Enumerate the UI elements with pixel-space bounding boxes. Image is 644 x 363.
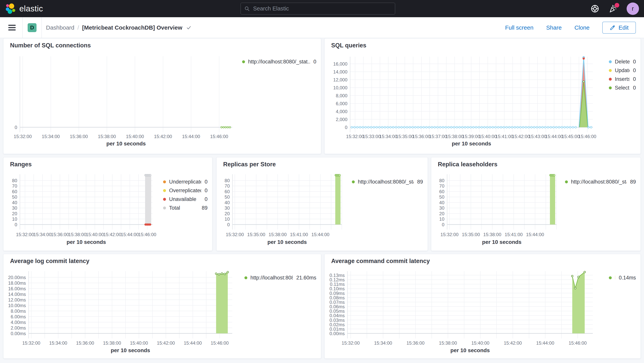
legend-value: 89 [202,205,208,211]
legend-value: 0 [314,59,316,65]
clone-button[interactable]: Clone [574,24,590,31]
svg-text:15:44:00: 15:44:00 [184,340,202,345]
chart-sql-queries[interactable]: 02,0004,0006,0008,00010,00012,00014,0001… [324,39,641,154]
svg-text:50: 50 [12,194,17,200]
svg-text:0.08ms: 0.08ms [330,295,345,300]
legend-item[interactable]: Inserts0 [609,75,636,84]
legend-label: http://localhost:8080... [615,275,615,281]
legend-swatch [609,78,612,81]
avatar[interactable]: r [626,3,639,15]
svg-text:15:33:00: 15:33:00 [363,134,381,139]
svg-text:per 10 seconds: per 10 seconds [111,347,150,353]
svg-text:20: 20 [12,211,17,216]
svg-text:15:35:00: 15:35:00 [462,232,480,237]
svg-text:15:40:00: 15:40:00 [479,134,497,139]
svg-text:40: 40 [224,200,230,205]
legend: http://localhost:8080/_stat...0 [242,58,316,66]
svg-text:15:34:00: 15:34:00 [374,340,392,345]
svg-text:10,000: 10,000 [333,85,348,90]
search-input[interactable] [253,5,388,12]
svg-text:70: 70 [439,183,444,189]
panel-avg-command-commit-latency: Average command commit latency0.00ms0.01… [324,254,641,358]
svg-text:15:42:00: 15:42:00 [154,134,172,139]
svg-text:15:38:00: 15:38:00 [439,340,457,345]
svg-text:12.00ms: 12.00ms [8,297,26,302]
elastic-logo-icon [6,4,16,14]
svg-text:0: 0 [442,222,444,227]
svg-text:15:34:00: 15:34:00 [379,134,397,139]
chart-avg-command-commit-latency[interactable]: 0.00ms0.01ms0.02ms0.03ms0.04ms0.05ms0.06… [324,254,641,359]
svg-text:15:46:00: 15:46:00 [569,340,586,345]
legend-value: 0.14ms [619,275,636,281]
full-screen-button[interactable]: Full screen [505,24,534,31]
svg-text:15:40:00: 15:40:00 [126,134,144,139]
legend-item[interactable]: http://localhost:8080...0.14ms [609,273,636,282]
legend-item[interactable]: http://localhost:8080/_sta...89 [352,178,423,186]
legend-item[interactable]: http://localhost:8080/_stat...0 [242,58,316,66]
svg-text:40: 40 [12,200,17,205]
legend-item[interactable]: Total89 [163,204,208,212]
global-search[interactable] [240,3,395,15]
top-header: elastic [0,0,644,17]
legend-swatch [242,60,245,63]
svg-text:15:40:00: 15:40:00 [130,340,148,345]
svg-text:50: 50 [439,194,444,200]
legend-item[interactable]: http://localhost:808...21.60ms [244,273,316,282]
legend-swatch [609,69,612,72]
help-icon [590,4,599,13]
legend-item[interactable]: http://localhost:8080/_sta...89 [565,178,636,186]
legend-item[interactable]: Selects0 [609,84,636,92]
chart-replica-leaseholders[interactable]: 0102030405060708015:32:0015:35:0015:38:0… [431,157,641,251]
breadcrumb-dashboard-link[interactable]: Dashboard [46,24,74,31]
legend-item[interactable]: Overreplicated0 [163,186,208,195]
svg-text:15:34:00: 15:34:00 [49,340,67,345]
help-button[interactable] [590,4,600,13]
svg-text:15:38:00: 15:38:00 [446,134,464,139]
svg-text:15:32:00: 15:32:00 [14,134,32,139]
svg-text:15:38:00: 15:38:00 [103,340,121,345]
elastic-logo[interactable]: elastic [6,0,43,17]
svg-text:40: 40 [439,200,444,205]
space-badge[interactable]: D [28,23,36,32]
legend-value: 0 [633,59,636,65]
legend-item[interactable]: Deletes0 [609,58,636,66]
divider [42,17,42,38]
svg-text:0.12ms: 0.12ms [330,277,345,282]
legend-value: 0 [204,179,208,185]
chart-replicas-per-store[interactable]: 0102030405060708015:32:0015:35:0015:38:0… [216,157,428,251]
chart-avg-log-commit-latency[interactable]: 0.00ms2.00ms4.00ms6.00ms8.00ms10.00ms12.… [4,254,321,359]
svg-text:10: 10 [12,216,17,222]
svg-text:60: 60 [12,189,17,194]
legend-swatch [609,87,612,89]
svg-text:15:36:00: 15:36:00 [76,340,94,345]
svg-text:15:43:00: 15:43:00 [528,134,546,139]
pencil-icon [610,25,616,31]
legend-swatch [163,189,166,192]
svg-text:0.13ms: 0.13ms [330,273,345,278]
svg-text:15:41:00: 15:41:00 [290,232,308,237]
legend-item[interactable]: Updates0 [609,66,636,75]
title-menu-button[interactable] [186,25,192,31]
chart-sql-connections[interactable]: 015:32:0015:34:0015:36:0015:38:0015:40:0… [4,39,321,154]
legend-item[interactable]: Underreplicated0 [163,178,208,186]
svg-text:8.00ms: 8.00ms [11,308,26,314]
edit-button[interactable]: Edit [602,22,636,34]
svg-text:0.00ms: 0.00ms [11,331,26,336]
share-button[interactable]: Share [546,24,562,31]
svg-text:per 10 seconds: per 10 seconds [67,239,106,245]
svg-text:0.11ms: 0.11ms [330,282,345,287]
menu-button[interactable] [6,22,18,34]
newsfeed-button[interactable] [608,4,618,13]
legend-value: 0 [633,85,636,91]
legend-value: 0 [633,68,636,74]
svg-text:0.05ms: 0.05ms [330,308,345,314]
legend-label: http://localhost:808... [250,275,293,281]
svg-text:15:37:00: 15:37:00 [429,134,447,139]
svg-text:15:44:00: 15:44:00 [312,232,330,237]
legend-item[interactable]: Unavailable0 [163,195,208,204]
legend-swatch [609,276,612,279]
svg-text:60: 60 [224,189,230,194]
legend-swatch [352,180,355,183]
svg-text:per 10 seconds: per 10 seconds [452,141,491,147]
svg-text:30: 30 [12,205,17,211]
